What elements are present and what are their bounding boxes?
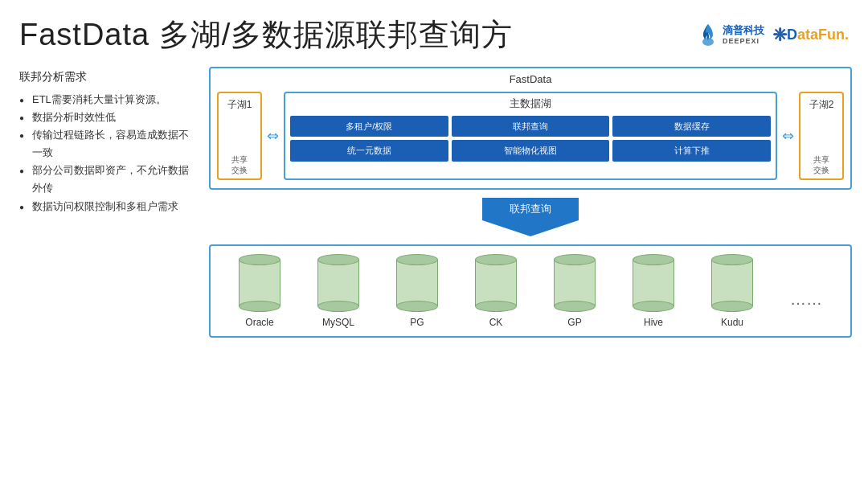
gp-label: GP: [567, 317, 581, 328]
section-title: 联邦分析需求: [19, 70, 196, 84]
gp-cylinder-icon: [554, 254, 596, 312]
datasource-pg: PG: [396, 254, 438, 328]
logos-container: 滴普科技 DEEPEXI ❈ DataFun.: [697, 23, 849, 48]
right-diagram: FastData 子湖1 共享交换 ⇔ 主数据湖 多租户/权限 联邦查询: [209, 64, 852, 479]
sub-lake-2: 子湖2 共享交换: [799, 92, 844, 180]
pg-cylinder-icon: [396, 254, 438, 312]
page-title: FastData 多湖/多数据源联邦查询方: [19, 14, 513, 55]
fastdata-label: FastData: [217, 73, 844, 85]
datasources-row: Oracle MySQL: [220, 254, 841, 328]
oracle-cylinder-icon: [239, 254, 280, 312]
feature-cell-4: 智能物化视图: [452, 140, 610, 161]
header: FastData 多湖/多数据源联邦查询方 滴普科技 DEEPEXI ❈ Dat…: [0, 0, 868, 64]
left-exchange-arrow: ⇔: [267, 129, 279, 143]
svg-point-0: [702, 38, 714, 46]
deepexi-flame-icon: [697, 23, 719, 48]
mysql-label: MySQL: [322, 317, 354, 328]
sub-lake-1-share: 共享交换: [231, 154, 248, 175]
datasource-hive: Hive: [633, 254, 674, 328]
double-arrow-right-icon: ⇔: [782, 129, 794, 143]
sub-lake-2-share: 共享交换: [813, 154, 829, 175]
feature-cell-2: 数据缓存: [612, 116, 771, 137]
list-item: 数据访问权限控制和多租户需求: [19, 198, 196, 215]
datasource-mysql: MySQL: [317, 254, 359, 328]
list-item: ETL需要消耗大量计算资源。: [19, 91, 196, 109]
list-item: 数据分析时效性低: [19, 109, 196, 126]
hive-label: Hive: [644, 317, 663, 328]
feature-cell-0: 多租户/权限: [290, 116, 448, 137]
datasource-more: ……: [790, 274, 822, 309]
federation-arrow-wrapper: 联邦查询: [209, 198, 852, 236]
left-panel: 联邦分析需求 ETL需要消耗大量计算资源。 数据分析时效性低 传输过程链路长，容…: [19, 64, 196, 479]
hive-cylinder-icon: [633, 254, 674, 312]
list-item: 传输过程链路长，容易造成数据不一致: [19, 126, 196, 162]
arrow-tip-icon: [482, 220, 579, 236]
sub-lake-2-title: 子湖2: [809, 98, 834, 112]
main-lake-title: 主数据湖: [290, 96, 771, 111]
main-lake: 主数据湖 多租户/权限 联邦查询 数据缓存 统一元数据 智能物化视图 计算下推: [284, 92, 777, 180]
mysql-cylinder-icon: [317, 254, 359, 312]
datafun-logo: ❈ DataFun.: [772, 25, 849, 46]
bullet-list: ETL需要消耗大量计算资源。 数据分析时效性低 传输过程链路长，容易造成数据不一…: [19, 91, 196, 215]
federation-arrow: 联邦查询: [482, 198, 579, 236]
datasources-box: Oracle MySQL: [209, 244, 852, 338]
lake-row: 子湖1 共享交换 ⇔ 主数据湖 多租户/权限 联邦查询 数据缓存 统一元数据 智…: [217, 92, 844, 180]
list-item: 部分公司数据即资产，不允许数据外传: [19, 162, 196, 197]
datasource-oracle: Oracle: [239, 254, 280, 328]
main-content: 联邦分析需求 ETL需要消耗大量计算资源。 数据分析时效性低 传输过程链路长，容…: [0, 64, 868, 487]
kudu-label: Kudu: [721, 317, 743, 328]
feature-cell-3: 统一元数据: [290, 140, 448, 161]
deepexi-logo: 滴普科技 DEEPEXI: [697, 23, 764, 48]
double-arrow-left-icon: ⇔: [267, 129, 279, 143]
datasource-ck: CK: [475, 254, 517, 328]
ck-label: CK: [489, 317, 503, 328]
fastdata-box: FastData 子湖1 共享交换 ⇔ 主数据湖 多租户/权限 联邦查询: [209, 67, 852, 190]
ck-cylinder-icon: [475, 254, 517, 312]
kudu-cylinder-icon: [711, 254, 753, 312]
features-grid: 多租户/权限 联邦查询 数据缓存 统一元数据 智能物化视图 计算下推: [290, 116, 771, 162]
more-label: ……: [790, 274, 822, 309]
pg-label: PG: [410, 317, 424, 328]
federation-label: 联邦查询: [482, 198, 579, 220]
sub-lake-1-title: 子湖1: [227, 98, 252, 112]
sub-lake-1: 子湖1 共享交换: [217, 92, 262, 180]
datasource-kudu: Kudu: [711, 254, 753, 328]
deepexi-text: 滴普科技 DEEPEXI: [723, 24, 764, 45]
feature-cell-5: 计算下推: [612, 140, 771, 161]
oracle-label: Oracle: [245, 317, 273, 328]
right-exchange-arrow: ⇔: [782, 129, 794, 143]
feature-cell-1: 联邦查询: [452, 116, 610, 137]
datasource-gp: GP: [554, 254, 596, 328]
